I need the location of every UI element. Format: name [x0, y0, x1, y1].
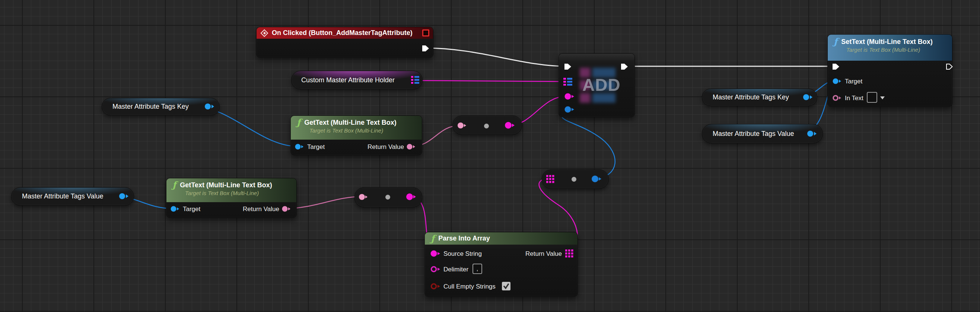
wire-exec-onclicked-to-add[interactable] — [425, 48, 566, 66]
exec-in-pin[interactable] — [832, 63, 840, 70]
source-string-label: Source String — [444, 250, 482, 258]
conversion-node-text-to-string-top[interactable] — [452, 115, 522, 135]
wire-map-holder-to-add[interactable] — [406, 80, 563, 81]
compact-node-header — [559, 54, 635, 61]
node-parse-into-array[interactable]: ƒ Parse Into Array Source String Return … — [425, 232, 578, 297]
node-title: GetText (Multi-Line Text Box) — [180, 181, 272, 189]
event-icon — [260, 29, 269, 37]
source-string-pin[interactable] — [430, 250, 441, 257]
node-title: SetText (Multi-Line Text Box) — [841, 38, 932, 46]
function-icon: ƒ — [172, 181, 176, 189]
function-icon: ƒ — [834, 37, 837, 46]
return-label: Return Value — [525, 250, 562, 258]
map-out-pin[interactable] — [411, 76, 419, 84]
delimiter-pin[interactable] — [430, 266, 441, 272]
dropdown-arrow-icon[interactable] — [880, 96, 885, 100]
cull-empty-strings-label: Cull Empty Strings — [444, 283, 496, 290]
variable-master-attribute-tags-value-left[interactable]: Master Attribute Tags Value — [11, 187, 134, 205]
node-onclicked-event[interactable]: On Clicked (Button_AddMasterTagAttribute… — [256, 27, 433, 58]
intext-label: In Text — [845, 95, 864, 102]
intext-value-box[interactable] — [867, 92, 877, 103]
return-label: Return Value — [368, 143, 404, 151]
map-watermark-icon: ADD — [578, 65, 626, 107]
return-label: Return Value — [243, 205, 279, 213]
node-subtitle: Target is Text Box (Multi-Line) — [846, 46, 920, 53]
cull-empty-strings-pin[interactable] — [430, 283, 441, 290]
add-watermark-label: ADD — [582, 75, 621, 95]
object-out-pin[interactable] — [807, 130, 817, 137]
wire-gettext2-return-to-conv2[interactable] — [287, 197, 361, 209]
target-in-pin[interactable] — [294, 143, 304, 150]
node-map-add[interactable]: ADD — [558, 53, 635, 117]
value-in-pin[interactable] — [564, 106, 574, 113]
text-in-pin[interactable] — [457, 122, 467, 129]
target-in-pin[interactable] — [170, 205, 180, 212]
variable-label: Master Attribute Tags Value — [713, 130, 794, 138]
event-title: On Clicked (Button_AddMasterTagAttribute… — [272, 29, 412, 37]
checkbox-checked-icon[interactable] — [502, 282, 511, 290]
function-icon: ƒ — [297, 118, 301, 127]
object-out-pin[interactable] — [591, 175, 602, 182]
key-in-pin[interactable] — [564, 93, 574, 100]
exec-out-pin[interactable] — [422, 45, 430, 52]
text-in-pin[interactable] — [359, 194, 368, 200]
target-in-pin[interactable] — [832, 78, 842, 84]
exec-out-pin[interactable] — [945, 63, 954, 70]
return-value-pin[interactable] — [282, 205, 291, 212]
node-subtitle: Target is Text Box (Multi-Line) — [309, 127, 383, 134]
function-icon: ƒ — [431, 234, 434, 243]
variable-label: Master Attribute Tags Key — [113, 103, 189, 111]
node-title: GetText (Multi-Line Text Box) — [304, 119, 396, 127]
variable-master-attribute-tags-key-right[interactable]: Master Attribute Tags Key — [702, 89, 817, 106]
node-gettext-top[interactable]: ƒ GetText (Multi-Line Text Box) Target i… — [290, 115, 422, 155]
intext-in-pin[interactable] — [832, 95, 842, 101]
exec-out-pin[interactable] — [620, 63, 628, 70]
return-array-pin[interactable] — [565, 250, 573, 258]
variable-custom-master-attribute-holder[interactable]: Custom Master Attribute Holder — [291, 71, 423, 89]
exec-in-pin[interactable] — [564, 63, 572, 70]
target-label: Target — [183, 205, 200, 213]
object-out-pin[interactable] — [119, 193, 129, 199]
node-settext[interactable]: ƒ SetText (Multi-Line Text Box) Target i… — [827, 34, 953, 107]
string-out-pin[interactable] — [504, 122, 515, 129]
delimiter-label: Delimiter — [444, 266, 468, 273]
object-out-pin[interactable] — [204, 103, 215, 110]
variable-master-attribute-tags-value-right[interactable]: Master Attribute Tags Value — [702, 124, 823, 143]
variable-label: Master Attribute Tags Key — [713, 94, 789, 101]
target-label: Target — [307, 143, 325, 151]
object-out-pin[interactable] — [803, 94, 813, 100]
string-array-in-pin[interactable] — [546, 175, 554, 183]
conversion-dot-icon — [385, 195, 390, 199]
string-out-pin[interactable] — [406, 193, 416, 200]
variable-label: Master Attribute Tags Value — [22, 193, 103, 200]
wire-conv3-to-add-value[interactable] — [562, 110, 615, 179]
conversion-dot-icon — [571, 177, 576, 182]
delegate-pin-icon[interactable] — [422, 29, 429, 37]
node-subtitle: Target is Text Box (Multi-Line) — [185, 190, 259, 196]
conversion-node-array-top[interactable] — [542, 169, 609, 189]
return-value-pin[interactable] — [406, 143, 416, 150]
map-target-pin[interactable] — [563, 78, 572, 86]
node-title: Parse Into Array — [438, 234, 490, 242]
target-label: Target — [845, 78, 862, 85]
conversion-dot-icon — [484, 124, 489, 129]
delimiter-value-box[interactable]: , — [473, 264, 482, 274]
graph-canvas[interactable]: On Clicked (Button_AddMasterTagAttribute… — [0, 0, 980, 312]
node-gettext-bottom[interactable]: ƒ GetText (Multi-Line Text Box) Target i… — [166, 178, 297, 218]
variable-label: Custom Master Attribute Holder — [301, 76, 395, 84]
variable-master-attribute-tags-key-left[interactable]: Master Attribute Tags Key — [102, 98, 220, 115]
conversion-node-text-to-string-bottom[interactable] — [355, 187, 422, 207]
